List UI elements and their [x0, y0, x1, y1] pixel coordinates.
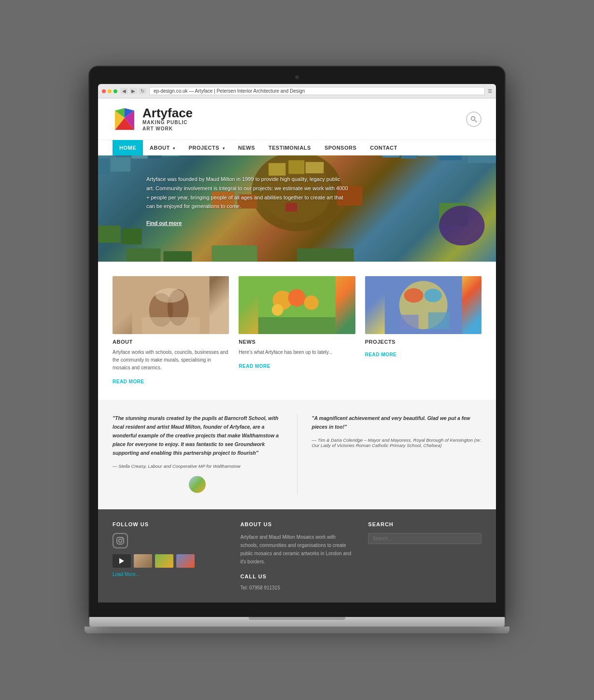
logo-area: Artyface MAKING PUBLIC ART WORK — [113, 106, 193, 132]
about-read-more[interactable]: READ MORE — [113, 379, 144, 384]
projects-card: PROJECTS READ MORE — [365, 276, 481, 385]
nav-link-contact[interactable]: CONTACT — [363, 140, 404, 155]
video-thumb-3[interactable] — [176, 554, 195, 568]
laptop-frame: ◀ ▶ ↻ ep-design.co.uk — Artyface | Peter… — [89, 67, 505, 633]
testimonial-1: "The stunning murals created by the pupi… — [113, 414, 283, 494]
search-button[interactable] — [466, 112, 481, 127]
svg-rect-52 — [428, 312, 450, 329]
screen-bezel: ◀ ▶ ↻ ep-design.co.uk — Artyface | Peter… — [89, 67, 505, 616]
news-read-more[interactable]: READ MORE — [239, 364, 270, 369]
footer-follow-us: FOLLOW US — [113, 521, 226, 590]
testimonial-1-thumb — [113, 476, 283, 495]
nav-item-sponsors[interactable]: SPONSORS — [318, 140, 363, 155]
testimonial-divider — [297, 414, 297, 494]
svg-point-5 — [471, 116, 475, 120]
browser-nav: ◀ ▶ ↻ — [120, 88, 146, 94]
site-footer: FOLLOW US — [98, 509, 496, 602]
footer-video-row — [113, 554, 226, 568]
hero-body-text: Artyface was founded by Maud Milton in 1… — [146, 175, 349, 211]
laptop-hinge — [249, 617, 345, 620]
svg-point-45 — [272, 304, 283, 316]
about-img-svg — [113, 276, 229, 334]
footer-search-input[interactable] — [368, 533, 481, 544]
footer-about-us: ABOUT US Artyface and Maud Milton Mosaic… — [240, 521, 354, 590]
minimize-dot[interactable] — [108, 89, 112, 93]
nav-item-news[interactable]: NEWS — [231, 140, 262, 155]
close-dot[interactable] — [102, 89, 106, 93]
refresh-button[interactable]: ↻ — [139, 88, 146, 94]
logo-icon — [113, 106, 137, 132]
about-us-footer-body: Artyface and Maud Milton Mosaics work wi… — [240, 533, 354, 566]
svg-point-50 — [424, 289, 441, 302]
browser-menu[interactable]: ☰ — [488, 88, 492, 94]
projects-read-more[interactable]: READ MORE — [365, 352, 397, 357]
video-thumb-2[interactable] — [155, 554, 173, 568]
three-column-section: ABOUT Artyface works with schools, counc… — [98, 262, 496, 400]
site-title: Artyface — [142, 107, 193, 119]
site-nav: HOME ABOUT ▾ PROJECTS ▾ NEWS TESTIMONIAL… — [98, 140, 496, 155]
nav-link-news[interactable]: NEWS — [231, 140, 262, 155]
projects-title: PROJECTS — [365, 339, 481, 345]
svg-line-6 — [475, 120, 477, 122]
testimonials-section: "The stunning murals created by the pupi… — [98, 400, 496, 509]
nav-link-sponsors[interactable]: SPONSORS — [318, 140, 363, 155]
about-us-footer-title: ABOUT US — [240, 521, 354, 527]
tagline: MAKING PUBLIC ART WORK — [142, 119, 193, 132]
logo-text: Artyface MAKING PUBLIC ART WORK — [142, 107, 193, 132]
nav-link-testimonials[interactable]: TESTIMONIALS — [262, 140, 318, 155]
svg-point-43 — [288, 289, 306, 307]
camera — [295, 75, 299, 79]
svg-rect-46 — [258, 317, 336, 334]
maximize-dot[interactable] — [113, 89, 117, 93]
instagram-svg — [116, 536, 125, 545]
news-body: Here's what Artyface has been up to late… — [239, 349, 355, 356]
search-footer-title: SEARCH — [368, 521, 481, 527]
site-header: Artyface MAKING PUBLIC ART WORK — [98, 98, 496, 140]
nav-link-about[interactable]: ABOUT ▾ — [143, 140, 182, 155]
testimonial-thumb-image — [189, 476, 206, 493]
find-out-more-link[interactable]: Find out more — [146, 220, 182, 226]
call-us-title: CALL US — [240, 574, 354, 579]
nav-item-testimonials[interactable]: TESTIMONIALS — [262, 140, 318, 155]
nav-item-home[interactable]: HOME — [113, 140, 143, 155]
svg-point-40 — [156, 288, 184, 303]
svg-point-49 — [404, 288, 423, 303]
testimonial-2: "A magnificent achievement and very beau… — [312, 414, 482, 494]
nav-link-home[interactable]: HOME — [113, 140, 143, 155]
hero-section: Artyface was founded by Maud Milton in 1… — [98, 155, 496, 262]
laptop-bottom — [89, 617, 505, 627]
nav-item-projects[interactable]: PROJECTS ▾ — [182, 140, 231, 155]
video-thumb-1[interactable] — [134, 554, 152, 568]
laptop-base — [85, 627, 509, 633]
chevron-down-icon: ▾ — [173, 146, 175, 151]
follow-us-title: FOLLOW US — [113, 521, 226, 527]
load-more-link[interactable]: Load More... — [113, 572, 226, 577]
news-title: NEWS — [239, 339, 355, 345]
testimonial-2-author: — Tim & Daria Coleridge – Mayor and Mayo… — [312, 437, 482, 448]
testimonial-1-author: — Stella Creasy, Labour and Cooperative … — [113, 463, 283, 469]
footer-search: SEARCH — [368, 521, 481, 590]
about-title: ABOUT — [113, 339, 229, 345]
about-image — [113, 276, 229, 334]
nav-item-about[interactable]: ABOUT ▾ — [143, 140, 182, 155]
phone-number: Tel: 07958 911315 — [240, 585, 354, 590]
news-img-svg — [239, 276, 355, 334]
instagram-icon[interactable] — [113, 533, 128, 548]
address-bar[interactable]: ep-design.co.uk — Artyface | Petersen In… — [149, 87, 485, 95]
play-icon — [119, 558, 124, 564]
svg-point-55 — [122, 538, 123, 539]
nav-link-projects[interactable]: PROJECTS ▾ — [182, 140, 231, 155]
window-controls — [102, 89, 117, 93]
svg-rect-39 — [142, 317, 200, 334]
play-button[interactable] — [113, 554, 131, 568]
projects-image — [365, 276, 481, 334]
hero-content: Artyface was founded by Maud Milton in 1… — [98, 155, 496, 237]
forward-button[interactable]: ▶ — [129, 88, 137, 94]
nav-item-contact[interactable]: CONTACT — [363, 140, 404, 155]
testimonial-2-quote: "A magnificent achievement and very beau… — [312, 414, 482, 432]
back-button[interactable]: ◀ — [120, 88, 128, 94]
nav-list: HOME ABOUT ▾ PROJECTS ▾ NEWS TESTIMONIAL… — [98, 140, 496, 155]
svg-point-44 — [304, 295, 319, 310]
projects-img-svg — [365, 276, 481, 334]
chevron-down-icon: ▾ — [223, 146, 225, 151]
